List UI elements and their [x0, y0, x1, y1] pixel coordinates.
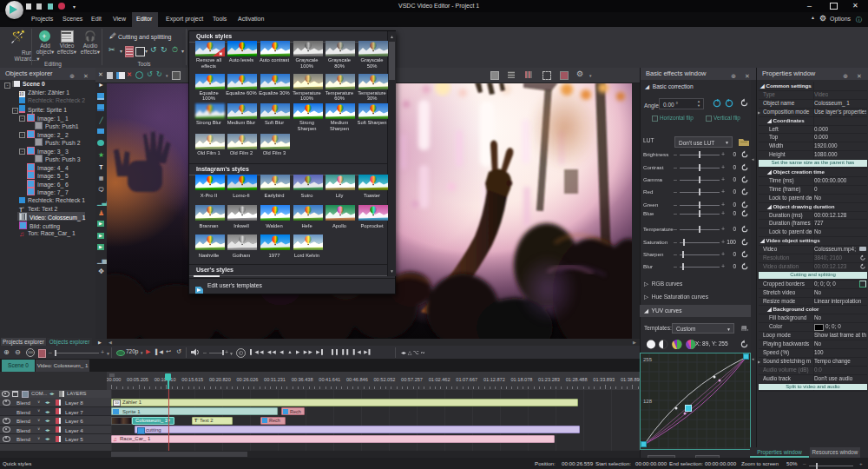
svg-text:✖: ✖	[219, 51, 223, 56]
svg-text:128: 128	[643, 399, 653, 404]
svg-text:255: 255	[643, 357, 653, 362]
